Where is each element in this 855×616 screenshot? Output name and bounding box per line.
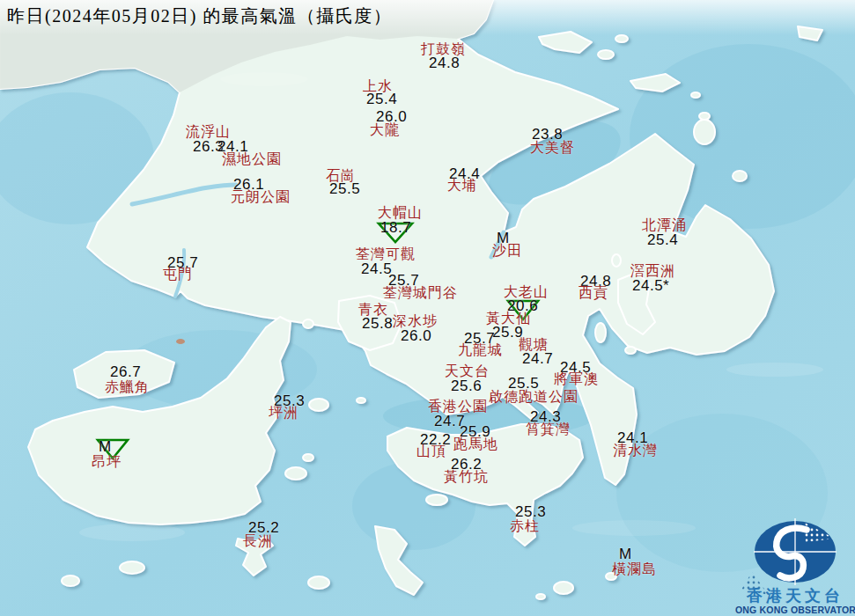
- shek-kwu-chau-island: [308, 576, 329, 589]
- table-island: [625, 347, 636, 354]
- islet: [357, 398, 365, 403]
- hei-ling-chau-island: [285, 467, 306, 480]
- logo-name-en: HONG KONG OBSERVATORY: [735, 605, 855, 615]
- islet: [598, 50, 614, 59]
- waglan-islet: [606, 573, 616, 580]
- hk-max-temperature-map: 24.8打鼓嶺25.4上水26.0大隴26.3流浮山24.1濕地公園26.1元朗…: [0, 0, 855, 616]
- islet: [699, 113, 710, 120]
- shelter-island: [612, 254, 621, 267]
- hong-kong-basemap: [0, 0, 855, 616]
- peng-chau-island: [309, 399, 328, 411]
- islet: [615, 35, 628, 42]
- hko-logo: 香港天文台 HONG KONG OBSERVATORY: [735, 506, 855, 616]
- sunshine-island: [303, 454, 313, 461]
- po-toi-island: [554, 582, 573, 594]
- tap-mun-island: [694, 120, 715, 144]
- ma-wan-island: [303, 319, 313, 328]
- port-island: [733, 171, 747, 181]
- islet: [536, 594, 545, 599]
- islet: [62, 576, 79, 586]
- logo-name-zh: 香港天文台: [746, 587, 844, 605]
- sha-chau-islet: [176, 339, 185, 344]
- ap-lei-chau-island: [426, 495, 447, 505]
- sharp-island: [595, 323, 606, 342]
- islet: [691, 92, 700, 98]
- soko-islands: [120, 561, 144, 574]
- map-title: 昨日(2024年05月02日) 的最高氣溫（攝氏度）: [7, 5, 392, 26]
